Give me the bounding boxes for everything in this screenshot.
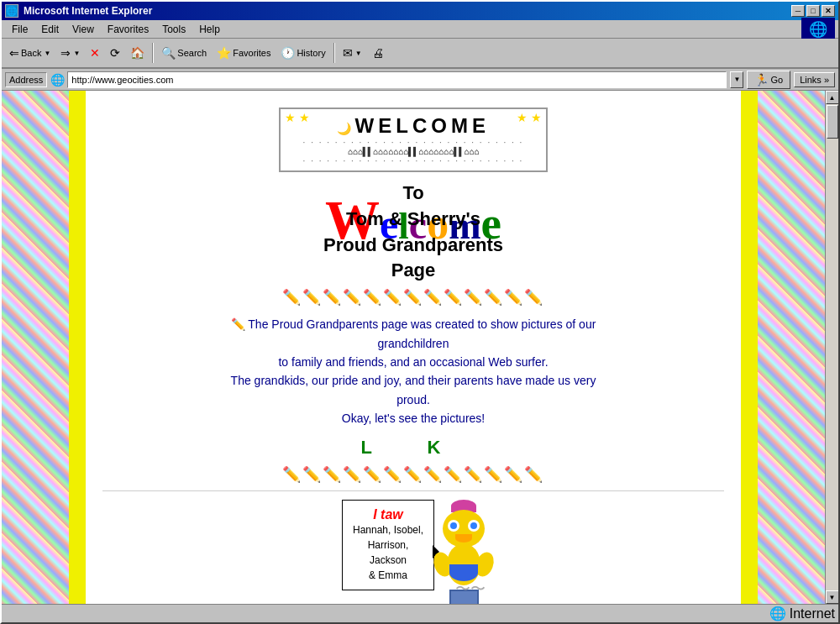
search-icon: 🔍 bbox=[161, 46, 176, 60]
horizontal-rule bbox=[102, 490, 724, 491]
favorites-button[interactable]: ⭐ Favorites bbox=[213, 41, 275, 65]
desc-line3: The grandkids, our pride and joy, and th… bbox=[231, 374, 596, 406]
print-button[interactable]: 🖨 bbox=[368, 41, 388, 65]
refresh-icon: ⟳ bbox=[110, 46, 120, 60]
search-button[interactable]: 🔍 Search bbox=[157, 41, 211, 65]
zone-label: Internet bbox=[790, 606, 835, 621]
steam-icon: 〜〜 bbox=[455, 579, 486, 599]
tweety-eyes bbox=[443, 510, 485, 532]
toolbar: ⇐ Back ▼ ⇒ ▼ ✕ ⟳ 🏠 🔍 Search ⭐ Favorites … bbox=[2, 39, 838, 69]
tweety-beak bbox=[455, 534, 472, 543]
stop-button[interactable]: ✕ bbox=[86, 41, 104, 65]
pencil-icon: ✏️ bbox=[231, 317, 245, 331]
tweety-eye-left bbox=[448, 520, 459, 532]
content-area: ★ ★ 🌙 WELCOME ★ ★ · · · · · · · · · · · … bbox=[2, 91, 838, 604]
ie-logo: 🌐 bbox=[801, 18, 835, 41]
scroll-down-button[interactable]: ▼ bbox=[826, 590, 839, 604]
dotted-line: · · · · · · · · · · · · · · · · · · · · … bbox=[297, 138, 529, 147]
page-center: ★ ★ 🌙 WELCOME ★ ★ · · · · · · · · · · · … bbox=[86, 91, 741, 604]
dotted-line-2: · · · · · · · · · · · · · · · · · · · · … bbox=[297, 156, 529, 165]
menu-help[interactable]: Help bbox=[192, 22, 227, 37]
welcome-banner: ★ ★ 🌙 WELCOME ★ ★ · · · · · · · · · · · … bbox=[279, 107, 548, 172]
crayons-divider-1: ✏️✏️✏️✏️✏️✏️✏️✏️✏️✏️✏️✏️✏️ bbox=[102, 288, 724, 307]
minimize-button[interactable]: ─ bbox=[791, 5, 805, 17]
title-proud: Proud Grandparents bbox=[102, 233, 724, 259]
welcome-text: WELCOME bbox=[355, 114, 490, 137]
links-button[interactable]: Links » bbox=[794, 72, 835, 87]
tweety-eye-right bbox=[468, 520, 480, 532]
moon-icon: 🌙 bbox=[337, 122, 351, 135]
home-button[interactable]: 🏠 bbox=[126, 41, 149, 65]
close-button[interactable]: ✕ bbox=[822, 5, 835, 17]
menu-favorites[interactable]: Favorites bbox=[101, 22, 155, 37]
scroll-track[interactable] bbox=[826, 104, 838, 590]
zone-icon: 🌐 bbox=[769, 606, 786, 621]
home-icon: 🏠 bbox=[130, 46, 144, 60]
desc-line2: to family and friends, and an occasional… bbox=[278, 355, 548, 369]
back-dropdown-icon: ▼ bbox=[44, 50, 50, 57]
history-button[interactable]: 🕐 History bbox=[276, 41, 329, 65]
scroll-thumb[interactable] bbox=[827, 105, 838, 139]
description-block: ✏️ The Proud Grandparents page was creat… bbox=[224, 315, 602, 427]
refresh-button[interactable]: ⟳ bbox=[106, 41, 124, 65]
title-bar: 🌐 Microsoft Internet Explorer ─ □ ✕ bbox=[2, 2, 838, 20]
address-dropdown-button[interactable]: ▼ bbox=[730, 71, 743, 88]
stop-icon: ✕ bbox=[90, 46, 100, 60]
toolbar-separator-1 bbox=[152, 43, 154, 63]
scrollbar: ▲ ▼ bbox=[825, 91, 838, 604]
mail-button[interactable]: ✉ ▼ bbox=[339, 41, 366, 65]
city-silhouette: ⌂⌂⌂▌▌⌂⌂⌂⌂⌂⌂⌂▌▌⌂⌂⌂⌂⌂⌂⌂▌▌⌂⌂⌂ bbox=[297, 147, 529, 156]
forward-icon: ⇒ bbox=[60, 46, 71, 60]
tweety-bird: 〜〜 bbox=[443, 500, 485, 604]
print-icon: 🖨 bbox=[372, 46, 384, 60]
tweety-section: I taw Hannah, Isobel, Harrison, Jackson … bbox=[102, 500, 724, 604]
title-text: To Tom & Sherry's Proud Grandparents Pag… bbox=[102, 181, 724, 284]
right-border bbox=[741, 91, 825, 604]
lk-links[interactable]: L K bbox=[102, 437, 724, 459]
app-icon: 🌐 bbox=[5, 4, 18, 18]
tweety-pupil-right bbox=[470, 522, 477, 529]
go-button[interactable]: 🏃 Go bbox=[747, 71, 790, 89]
address-input[interactable] bbox=[67, 71, 727, 88]
menu-file[interactable]: File bbox=[5, 22, 34, 37]
menu-tools[interactable]: Tools bbox=[155, 22, 192, 37]
speech-bubble: I taw Hannah, Isobel, Harrison, Jackson … bbox=[342, 500, 434, 590]
page-body: ★ ★ 🌙 WELCOME ★ ★ · · · · · · · · · · · … bbox=[2, 91, 838, 604]
maximize-button[interactable]: □ bbox=[806, 5, 820, 17]
favorites-icon: ⭐ bbox=[217, 46, 231, 60]
web-content: ★ ★ 🌙 WELCOME ★ ★ · · · · · · · · · · · … bbox=[2, 91, 838, 604]
speech-bubble-container: I taw Hannah, Isobel, Harrison, Jackson … bbox=[342, 500, 434, 590]
stars-right-icon: ★ ★ bbox=[517, 111, 542, 124]
mail-dropdown-icon: ▼ bbox=[355, 50, 362, 57]
page-icon: 🌐 bbox=[50, 73, 64, 87]
menu-edit[interactable]: Edit bbox=[34, 22, 66, 37]
stars-left-icon: ★ ★ bbox=[285, 111, 310, 124]
window-title: Microsoft Internet Explorer bbox=[24, 5, 791, 17]
menu-bar: File Edit View Favorites Tools Help 🌐 bbox=[2, 20, 838, 39]
address-bar: Address 🌐 ▼ 🏃 Go Links » bbox=[2, 69, 838, 91]
desc-line1: The Proud Grandparents page was created … bbox=[248, 317, 596, 349]
bubble-names: Hannah, Isobel, Harrison, Jackson & Emma bbox=[353, 522, 423, 583]
back-button[interactable]: ⇐ Back ▼ bbox=[5, 41, 55, 65]
toolbar-separator-2 bbox=[333, 43, 335, 63]
tweety-cup: 〜〜 bbox=[449, 590, 479, 604]
title-block: To Tom & Sherry's Proud Grandparents Pag… bbox=[102, 181, 724, 284]
address-label: Address bbox=[5, 72, 47, 87]
forward-button[interactable]: ⇒ ▼ bbox=[56, 41, 84, 65]
status-zone: 🌐 Internet bbox=[769, 606, 835, 621]
tweety-pupil-left bbox=[450, 522, 457, 529]
title-tom: Tom & Sherry's bbox=[102, 207, 724, 233]
menu-view[interactable]: View bbox=[66, 22, 101, 37]
status-bar: 🌐 Internet bbox=[2, 604, 838, 622]
bubble-i-taw: I taw bbox=[353, 507, 423, 522]
window-controls: ─ □ ✕ bbox=[791, 5, 835, 17]
title-to: To bbox=[102, 181, 724, 207]
scroll-up-button[interactable]: ▲ bbox=[826, 91, 839, 104]
desc-line4: Okay, let's see the pictures! bbox=[342, 412, 486, 425]
history-icon: 🕐 bbox=[281, 46, 295, 60]
mail-icon: ✉ bbox=[343, 46, 353, 60]
crayons-divider-2: ✏️✏️✏️✏️✏️✏️✏️✏️✏️✏️✏️✏️✏️ bbox=[102, 465, 724, 484]
tweety-head bbox=[443, 510, 485, 548]
left-border bbox=[2, 91, 86, 604]
back-icon: ⇐ bbox=[9, 46, 19, 60]
